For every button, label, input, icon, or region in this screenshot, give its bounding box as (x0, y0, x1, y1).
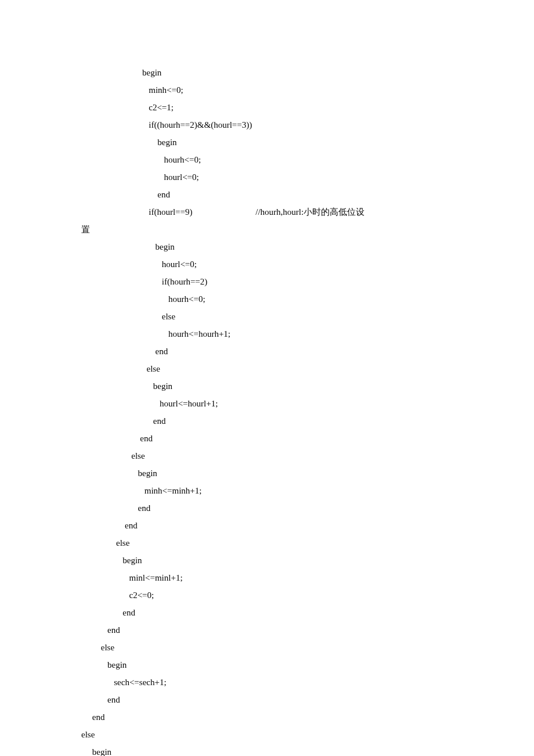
code-block: begin minh<=0; c2<=1; if((hourh==2)&&(ho… (81, 68, 365, 756)
document-page: begin minh<=0; c2<=1; if((hourh==2)&&(ho… (0, 0, 534, 756)
